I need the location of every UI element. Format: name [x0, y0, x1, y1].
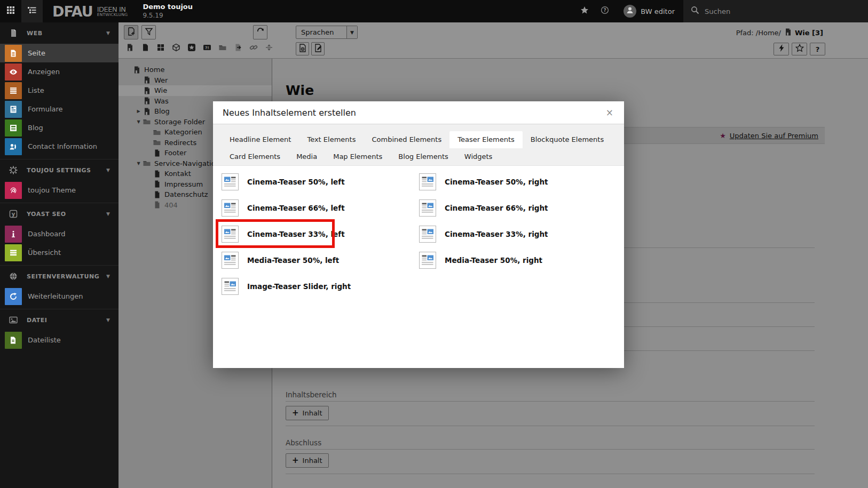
content-element-list: Cinema-Teaser 50%, left Cinema-Teaser 50… — [213, 166, 624, 368]
info-icon — [5, 226, 22, 243]
bookmarks-button[interactable] — [574, 0, 595, 22]
sidebar-item-dashboard[interactable]: Dashboard — [0, 225, 119, 243]
teaser-right-icon — [222, 278, 239, 295]
sidebar-item-dateiliste[interactable]: Dateiliste — [0, 331, 119, 349]
modal-title: Neues Inhaltselement erstellen — [223, 108, 605, 118]
page-tile-icon — [5, 45, 22, 62]
tab-map-elements[interactable]: Map Elements — [325, 148, 390, 165]
tab-widgets[interactable]: Widgets — [456, 148, 501, 165]
chevron-down-icon: ▼ — [106, 167, 110, 173]
tab-media[interactable]: Media — [288, 148, 325, 165]
content-element-media-teaser-50-left[interactable]: Media-Teaser 50%, left — [222, 251, 419, 269]
sidebar-item-label: toujou Theme — [28, 186, 76, 194]
web-icon — [6, 29, 20, 37]
content-element-image-teaser-slider-right[interactable]: Image-Teaser Slider, right — [222, 277, 419, 295]
sidebar-item-label: Anzeigen — [28, 68, 60, 76]
close-icon[interactable]: × — [605, 107, 614, 118]
sidebar-item-formulare[interactable]: Formulare — [0, 100, 119, 118]
sidebar-item-label: Formulare — [28, 105, 63, 113]
sidebar-item-label: Dateiliste — [28, 336, 61, 344]
chevron-down-icon: ▼ — [106, 274, 110, 279]
tab-row-2: Card ElementsMediaMap ElementsBlog Eleme… — [222, 148, 616, 165]
eye-icon — [5, 63, 22, 81]
gear-icon — [6, 166, 20, 174]
content-element-label: Cinema-Teaser 33%, left — [247, 230, 345, 238]
blog-icon — [5, 119, 22, 137]
sidebar-item-label: Übersicht — [28, 249, 61, 257]
sidebar-section-toujou-settings[interactable]: TOUJOU SETTINGS ▼ — [0, 159, 119, 181]
list-icon — [5, 82, 22, 99]
grid-icon — [6, 6, 15, 17]
teaser-right-icon — [419, 199, 436, 217]
content-element-label: Cinema-Teaser 33%, right — [445, 230, 548, 238]
tab-text-elements[interactable]: Text Elements — [299, 131, 364, 148]
site-title: Demo toujou — [143, 3, 193, 11]
content-element-cinema-teaser-50-left[interactable]: Cinema-Teaser 50%, left — [222, 173, 419, 191]
sidebar-item-label: Weiterleitungen — [28, 292, 83, 300]
sidebar-section-web[interactable]: WEB ▼ — [0, 22, 119, 44]
help-icon: ? — [601, 6, 609, 17]
sidebar-item-blog[interactable]: Blog — [0, 118, 119, 137]
star-icon — [580, 6, 589, 17]
content-element-label: Image-Teaser Slider, right — [247, 282, 351, 291]
content-element-cinema-teaser-33-right[interactable]: Cinema-Teaser 33%, right — [419, 225, 616, 243]
sidebar-section-seitenverwaltung[interactable]: SEITENVERWALTUNG ▼ — [0, 266, 119, 287]
tab-headline-element[interactable]: Headline Element — [222, 131, 299, 148]
global-search[interactable]: Suchen — [683, 0, 868, 22]
content-element-cinema-teaser-66-right[interactable]: Cinema-Teaser 66%, right — [419, 199, 616, 217]
typo3-version: 9.5.19 — [143, 12, 193, 20]
tab-combined-elements[interactable]: Combined Elements — [364, 131, 449, 148]
topbar: DFAU IDEEN IN ENTWICKLUNG Demo toujou 9.… — [0, 0, 868, 22]
user-menu[interactable]: BW editor — [615, 0, 683, 22]
sidebar-section-label: YOAST SEO — [27, 211, 106, 218]
module-sidebar: WEB ▼ Seite Anzeigen Liste Formulare Blo… — [0, 22, 119, 488]
pagetree-toggle-button[interactable] — [21, 0, 43, 22]
content-element-cinema-teaser-66-left[interactable]: Cinema-Teaser 66%, left — [222, 199, 419, 217]
content-element-cinema-teaser-50-right[interactable]: Cinema-Teaser 50%, right — [419, 173, 616, 191]
content-element-label: Cinema-Teaser 50%, left — [247, 178, 345, 186]
teaser-left-icon — [222, 252, 239, 269]
tab-blog-elements[interactable]: Blog Elements — [390, 148, 456, 165]
sidebar-item-toujou-theme[interactable]: toujou Theme — [0, 181, 119, 199]
teaser-left-icon — [222, 226, 239, 243]
tab-row-1: Headline ElementText ElementsCombined El… — [222, 131, 616, 148]
list-tree-icon — [28, 6, 36, 17]
sidebar-item-label: Dashboard — [28, 230, 66, 238]
search-input[interactable]: Suchen — [705, 7, 730, 15]
content-element-label: Media-Teaser 50%, right — [445, 256, 542, 265]
user-icon — [626, 6, 634, 17]
svg-text:?: ? — [604, 7, 606, 13]
sidebar-section-label: SEITENVERWALTUNG — [27, 273, 106, 280]
logo-claim-line1: IDEEN IN — [97, 6, 128, 13]
content-element-media-teaser-50-right[interactable]: Media-Teaser 50%, right — [419, 251, 616, 269]
sidebar-section-label: TOUJOU SETTINGS — [27, 167, 106, 174]
sidebar-section-yoast-seo[interactable]: y YOAST SEO ▼ — [0, 203, 119, 225]
logo-text: DFAU — [52, 3, 93, 20]
sidebar-item-anzeigen[interactable]: Anzeigen — [0, 62, 119, 81]
sidebar-section-label: DATEI — [27, 317, 106, 324]
tab-blockquote-elements[interactable]: Blockquote Elements — [523, 131, 612, 148]
content-element-label: Cinema-Teaser 66%, left — [247, 204, 345, 212]
sidebar-item-liste[interactable]: Liste — [0, 81, 119, 100]
modules-menu-button[interactable] — [0, 0, 21, 22]
sidebar-item-seite[interactable]: Seite — [0, 44, 119, 62]
sidebar-item-weiterleitungen[interactable]: Weiterleitungen — [0, 287, 119, 306]
content-element-cinema-teaser-33-left[interactable]: Cinema-Teaser 33%, left — [222, 225, 419, 243]
contact-icon — [5, 138, 22, 155]
help-menu-button[interactable]: ? — [595, 0, 615, 22]
sidebar-section-label: WEB — [27, 30, 106, 37]
content-element-label: Media-Teaser 50%, left — [247, 256, 339, 265]
tab-card-elements[interactable]: Card Elements — [222, 148, 288, 165]
sidebar-section-datei[interactable]: DATEI ▼ — [0, 309, 119, 331]
sidebar-item-übersicht[interactable]: Übersicht — [0, 243, 119, 262]
avatar — [624, 5, 636, 18]
search-icon — [691, 6, 699, 17]
yoast-icon: y — [6, 210, 20, 218]
sidebar-item-contact-information[interactable]: Contact Information — [0, 137, 119, 156]
form-icon — [5, 101, 22, 118]
teaser-left-icon — [222, 173, 239, 190]
tab-teaser-elements[interactable]: Teaser Elements — [449, 131, 523, 148]
content-element-label: Cinema-Teaser 66%, right — [445, 204, 548, 212]
dfau-logo[interactable]: DFAU IDEEN IN ENTWICKLUNG — [43, 0, 135, 22]
teaser-right-icon — [419, 173, 436, 190]
